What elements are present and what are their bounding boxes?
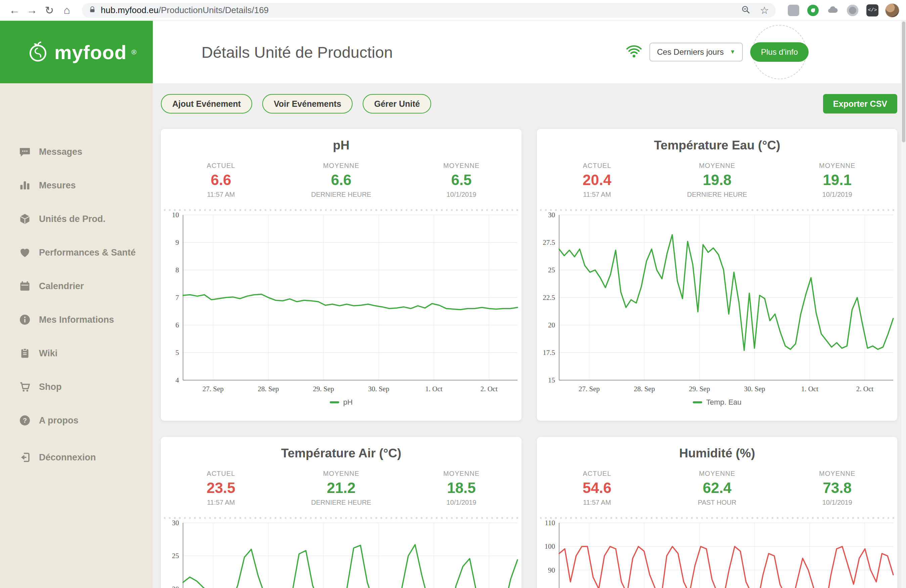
- humidite-chart[interactable]: 40506070809010011027. Sep28. Sep29. Sep3…: [537, 520, 897, 588]
- bookmark-star-icon[interactable]: ☆: [760, 4, 769, 16]
- scrollbar-thumb[interactable]: [902, 21, 905, 142]
- stat-label: MOYENNE: [777, 470, 897, 478]
- profile-avatar[interactable]: [885, 3, 899, 18]
- stat-sub: 11:57 AM: [161, 191, 281, 198]
- add-event-button[interactable]: Ajout Evénement: [161, 94, 252, 113]
- svg-text:1. Oct: 1. Oct: [425, 385, 442, 393]
- back-button[interactable]: ←: [7, 3, 22, 18]
- sidebar-item-performances-sante[interactable]: Performances & Santé: [19, 236, 153, 269]
- extension-cloud-icon[interactable]: [827, 4, 839, 17]
- stat-label: MOYENNE: [401, 470, 522, 478]
- dotted-divider: [537, 516, 897, 519]
- svg-text:1. Oct: 1. Oct: [801, 385, 818, 393]
- stat-moyenne-heure: MOYENNE 6.6 DERNIERE HEURE: [281, 162, 401, 198]
- svg-text:29. Sep: 29. Sep: [313, 385, 334, 393]
- stat-moyenne-heure: MOYENNE 62.4 PAST HOUR: [657, 470, 777, 507]
- sidebar-item-wiki[interactable]: Wiki: [19, 336, 153, 370]
- back-icon: ←: [9, 4, 20, 16]
- svg-text:10: 10: [172, 212, 179, 219]
- myfood-logo[interactable]: myfood ®: [0, 21, 153, 83]
- extension-green-icon[interactable]: [807, 5, 819, 16]
- address-bar[interactable]: hub.myfood.eu/ProductionUnits/Details/16…: [82, 3, 776, 18]
- card-temp-air: Température Air (°C) ACTUEL 23.5 11:57 A…: [161, 437, 522, 588]
- date-range-label: Ces Derniers jours: [657, 47, 724, 57]
- stats-row: ACTUEL 6.6 11:57 AM MOYENNE 6.6 DERNIERE…: [161, 162, 522, 198]
- stat-label: MOYENNE: [657, 162, 777, 170]
- extension-gray-icon[interactable]: [847, 5, 858, 16]
- card-humidite: Humidité (%) ACTUEL 54.6 11:57 AM MOYENN…: [537, 437, 897, 588]
- stat-moyenne-jour: MOYENNE 18.5 10/1/2019: [401, 470, 522, 507]
- stat-actuel: ACTUEL 20.4 11:57 AM: [537, 162, 657, 198]
- stat-label: ACTUEL: [161, 162, 281, 170]
- cube-icon: [19, 213, 31, 225]
- stat-value: 6.5: [401, 172, 522, 188]
- registered-mark: ®: [131, 48, 136, 56]
- bar-chart-icon: [19, 179, 31, 191]
- page-title: Détails Unité de Production: [201, 43, 393, 61]
- stat-value: 73.8: [777, 480, 897, 496]
- date-range-dropdown[interactable]: Ces Derniers jours ▼: [649, 43, 743, 61]
- refresh-button[interactable]: ↻: [41, 3, 57, 18]
- legend-label: pH: [343, 398, 353, 407]
- stat-sub: 11:57 AM: [161, 499, 281, 507]
- sidebar-item-label: Calendrier: [39, 281, 84, 292]
- url-path: /ProductionUnits/Details/169: [158, 5, 269, 15]
- svg-text:29. Sep: 29. Sep: [689, 385, 710, 393]
- sidebar-item-a-propos[interactable]: ? A propos: [19, 404, 153, 437]
- url-domain: hub.myfood.eu: [101, 5, 158, 15]
- temp-air-chart[interactable]: 5101520253027. Sep28. Sep29. Sep30. Sep1…: [161, 520, 522, 588]
- ph-chart[interactable]: 4567891027. Sep28. Sep29. Sep30. Sep1. O…: [161, 212, 522, 395]
- svg-text:25: 25: [548, 266, 555, 274]
- sidebar-item-calendrier[interactable]: Calendrier: [19, 269, 153, 303]
- browser-chrome: ← → ↻ ⌂ hub.myfood.eu/ProductionUnits/De…: [0, 0, 906, 21]
- svg-text:90: 90: [548, 566, 555, 574]
- stat-value: 19.8: [657, 172, 777, 188]
- sidebar-item-shop[interactable]: Shop: [19, 370, 153, 404]
- chat-icon: [19, 146, 31, 158]
- home-button[interactable]: ⌂: [59, 3, 75, 18]
- card-temp-eau: Température Eau (°C) ACTUEL 20.4 11:57 A…: [537, 129, 897, 421]
- sidebar-item-label: A propos: [39, 415, 78, 426]
- svg-text:5: 5: [175, 349, 179, 357]
- view-events-button[interactable]: Voir Evénements: [262, 94, 353, 113]
- page-header: Détails Unité de Production Ces Derniers…: [153, 21, 906, 83]
- url-text: hub.myfood.eu/ProductionUnits/Details/16…: [101, 5, 269, 16]
- sidebar-item-messages[interactable]: Messages: [19, 135, 153, 169]
- forward-icon: →: [27, 4, 37, 16]
- temp-eau-chart[interactable]: 1517.52022.52527.53027. Sep28. Sep29. Se…: [537, 212, 897, 395]
- clipboard-icon: [19, 347, 31, 359]
- sidebar-item-label: Performances & Santé: [39, 247, 136, 258]
- page-scrollbar[interactable]: [901, 21, 906, 588]
- sidebar-item-label: Unités de Prod.: [39, 214, 105, 224]
- more-info-button[interactable]: Plus d'info: [750, 42, 809, 62]
- svg-text:30: 30: [172, 520, 179, 527]
- svg-text:27. Sep: 27. Sep: [579, 385, 600, 393]
- content-area: Ajout Evénement Voir Evénements Gérer Un…: [153, 83, 906, 588]
- manage-unit-button[interactable]: Gérer Unité: [363, 94, 431, 113]
- stat-value: 20.4: [537, 172, 657, 188]
- info-icon: [19, 314, 31, 326]
- dotted-divider: [161, 209, 522, 212]
- svg-text:30: 30: [548, 212, 555, 219]
- sidebar-item-deconnexion[interactable]: Déconnexion: [19, 441, 153, 474]
- card-title: Température Eau (°C): [537, 139, 897, 154]
- zoom-icon[interactable]: [741, 5, 751, 16]
- sidebar-item-mes-informations[interactable]: Mes Informations: [19, 303, 153, 336]
- sidebar-item-unites-de-prod[interactable]: Unités de Prod.: [19, 202, 153, 236]
- stat-moyenne-heure: MOYENNE 19.8 DERNIERE HEURE: [657, 162, 777, 198]
- sidebar-item-label: Déconnexion: [39, 453, 96, 463]
- svg-text:17.5: 17.5: [543, 349, 555, 357]
- stat-sub: DERNIERE HEURE: [281, 499, 401, 507]
- stat-label: MOYENNE: [657, 470, 777, 478]
- extension-screenshot-icon[interactable]: [788, 5, 799, 16]
- stat-sub: 10/1/2019: [401, 191, 522, 198]
- sidebar-item-label: Wiki: [39, 348, 57, 359]
- export-csv-button[interactable]: Exporter CSV: [823, 94, 897, 113]
- sidebar-item-mesures[interactable]: Mesures: [19, 169, 153, 202]
- extension-code-icon[interactable]: </>: [866, 4, 879, 16]
- stat-moyenne-jour: MOYENNE 6.5 10/1/2019: [401, 162, 522, 198]
- stat-value: 18.5: [401, 480, 522, 496]
- stat-sub: 11:57 AM: [537, 191, 657, 198]
- logout-icon: [19, 451, 31, 464]
- forward-button[interactable]: →: [24, 3, 40, 18]
